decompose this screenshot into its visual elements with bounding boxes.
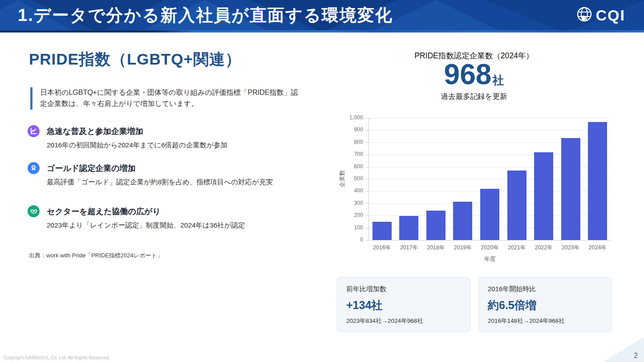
stat-card-value: +134社 [346, 298, 461, 313]
x-axis-line [369, 240, 611, 240]
y-tick-label: 900 [337, 126, 363, 133]
chart-bar [426, 211, 446, 240]
line-chart-icon [28, 125, 40, 137]
point-description: 2016年の初回開始から2024年までに6倍超の企業数が参加 [47, 141, 308, 150]
chart-subtitle: 過去最多記録を更新 [336, 92, 612, 102]
y-tick-label: 1,000 [337, 114, 363, 121]
page-number: 2 [634, 352, 638, 360]
logo-text: CQI [596, 7, 625, 24]
x-axis-title: 年度 [369, 255, 611, 263]
intro-callout: 日本初のLGBTQ+に関する企業・団体等の取り組みの評価指標「PRIDE指数」認… [30, 87, 301, 110]
slide-header: 1.データで分かる新入社員が直面する環境変化 CQI [0, 0, 644, 33]
x-tick-label: 2024年 [584, 244, 611, 252]
chart-bar [588, 122, 607, 240]
x-tick-label: 2020年 [476, 244, 503, 252]
key-point: 急速な普及と参加企業増加 2016年の初回開始から2024年までに6倍超の企業数… [28, 125, 308, 150]
stat-card-detail: 2023年834社→2024年968社 [346, 317, 461, 325]
point-title: ゴールド認定企業の増加 [47, 163, 136, 174]
key-point: セクターを超えた協働の広がり 2023年より「レインボー認定」制度開始、2024… [28, 205, 308, 230]
corner-decoration [603, 337, 644, 362]
headline-stat: 968 社 [336, 60, 612, 92]
stat-card-since-2016: 2016年開始時比 約6.5倍増 2016年148社→2024年968社 [478, 277, 612, 332]
y-axis-title: 企業数 [338, 150, 346, 207]
x-tick-label: 2021年 [503, 244, 531, 252]
source-citation: 出典：work with Pride「PRIDE指標2024レポート」 [29, 252, 163, 260]
stat-card-label: 前年比増加数 [346, 285, 461, 293]
grid-line [369, 130, 611, 130]
bar-chart: 01002003004005006007008009001,0002016年20… [337, 114, 616, 264]
x-tick-label: 2017年 [396, 244, 423, 252]
x-tick-label: 2019年 [450, 244, 477, 252]
chart-bar [507, 171, 527, 240]
cqi-logo: CQI [576, 0, 625, 30]
point-title: 急速な普及と参加企業増加 [47, 126, 143, 137]
chart-bar [480, 189, 499, 240]
stat-card-value: 約6.5倍増 [488, 298, 603, 313]
key-point: ゴールド認定企業の増加 最高評価「ゴールド」認定企業が約8割を占め、指標項目への… [28, 162, 308, 187]
stat-card-yoy: 前年比増加数 +134社 2023年834社→2024年968社 [337, 277, 470, 332]
headline-number: 968 [444, 60, 492, 89]
y-tick-label: 0 [337, 236, 363, 243]
header-bottom-strip [0, 30, 644, 33]
point-description: 最高評価「ゴールド」認定企業が約8割を占め、指標項目への対応が充実 [47, 178, 308, 187]
stat-card-detail: 2016年148社→2024年968社 [488, 317, 603, 325]
x-tick-label: 2018年 [422, 244, 450, 252]
copyright-text: Copyright ©AIMSOUL Co. Ltd. All Rights R… [4, 355, 110, 360]
point-title: セクターを超えた協働の広がり [47, 206, 161, 217]
point-description: 2023年より「レインボー認定」制度開始、2024年は36社が認定 [47, 221, 308, 230]
y-axis-line [369, 118, 369, 240]
y-tick-label: 100 [337, 224, 363, 231]
chart-bar [453, 202, 472, 240]
handshake-icon [28, 205, 40, 217]
page-title: PRIDE指数（LGBTQ+関連） [29, 49, 241, 70]
stat-card-label: 2016年開始時比 [488, 285, 603, 293]
slide-title: 1.データで分かる新入社員が直面する環境変化 [18, 0, 393, 30]
x-tick-label: 2016年 [369, 244, 396, 252]
chart-bar [561, 138, 580, 240]
x-tick-label: 2022年 [530, 244, 557, 252]
headline-unit: 社 [492, 73, 504, 88]
chart-bar [373, 222, 392, 240]
globe-icon [576, 6, 593, 24]
grid-line [369, 118, 611, 118]
y-tick-label: 800 [337, 139, 363, 145]
chart-bar [399, 216, 418, 240]
x-tick-label: 2023年 [557, 244, 584, 252]
y-tick-label: 200 [337, 212, 363, 218]
chart-bar [534, 152, 553, 240]
medal-icon [28, 162, 40, 174]
